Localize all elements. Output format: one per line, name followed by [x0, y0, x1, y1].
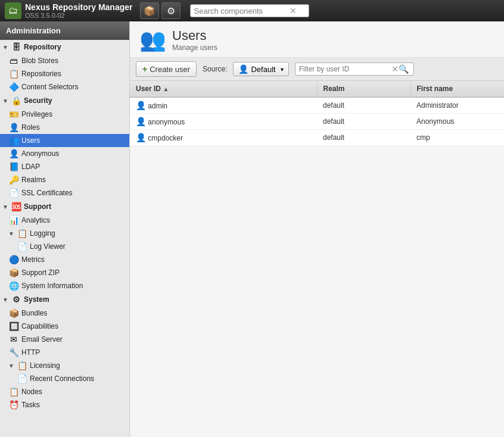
source-label: Source:	[203, 65, 227, 73]
create-user-button[interactable]: + Create user	[136, 61, 197, 77]
search-input[interactable]	[194, 7, 290, 15]
sidebar-item-privileges[interactable]: 🎫 Privileges	[0, 108, 129, 121]
repository-icon: 🗄	[11, 42, 21, 52]
toggle-logging: ▼	[8, 230, 14, 237]
sidebar-item-repositories[interactable]: 📋 Repositories	[0, 67, 129, 80]
ssl-label: SSL Certificates	[21, 189, 73, 197]
page-header: 👥 Users Manage users	[130, 21, 504, 58]
col-header-realm[interactable]: Realm	[317, 81, 410, 97]
sidebar-item-realms[interactable]: 🔑 Realms	[0, 173, 129, 186]
source-select-icon: 👤	[238, 64, 248, 74]
repository-label: Repository	[24, 43, 61, 51]
sidebar-item-anonymous[interactable]: 👤 Anonymous	[0, 147, 129, 160]
realms-icon: 🔑	[8, 175, 19, 185]
col-user-id-label: User ID	[136, 85, 161, 93]
sidebar-item-nodes[interactable]: 📋 Nodes	[0, 385, 129, 398]
cell-realm: default	[317, 114, 410, 130]
sidebar-item-email-server[interactable]: ✉ Email Server	[0, 333, 129, 346]
sidebar-item-content-selectors[interactable]: 🔷 Content Selectors	[0, 80, 129, 93]
table-row[interactable]: 👤 admin default Administrator	[130, 97, 504, 114]
filter-input[interactable]	[299, 65, 391, 73]
content-selectors-label: Content Selectors	[21, 83, 78, 91]
content-area: 👥 Users Manage users + Create user Sourc…	[130, 21, 504, 437]
support-zip-label: Support ZIP	[21, 269, 60, 277]
recent-connections-label: Recent Connections	[30, 374, 94, 383]
col-header-user-id[interactable]: User ID ▲	[130, 81, 317, 97]
sidebar-item-logging[interactable]: ▼ 📋 Logging	[0, 227, 129, 240]
sidebar-item-recent-connections[interactable]: 📄 Recent Connections	[0, 372, 129, 385]
search-bar: ✕	[190, 4, 309, 17]
blob-stores-icon: 🗃	[8, 56, 19, 65]
licensing-label: Licensing	[30, 361, 60, 370]
sidebar-item-capabilities[interactable]: 🔲 Capabilities	[0, 320, 129, 333]
sidebar-item-licensing[interactable]: ▼ 📋 Licensing	[0, 359, 129, 372]
col-header-first-name[interactable]: First name	[410, 81, 504, 97]
tasks-label: Tasks	[21, 401, 40, 409]
anonymous-icon: 👤	[8, 149, 19, 158]
logging-label: Logging	[30, 229, 55, 238]
search-close-icon[interactable]: ✕	[290, 6, 297, 15]
filter-clear-icon[interactable]: ✕	[391, 64, 399, 74]
page-title: Users	[172, 28, 217, 43]
top-bar-icons: 📦 ⚙	[140, 2, 181, 19]
source-select[interactable]: 👤 Default ▾	[233, 62, 288, 76]
capabilities-label: Capabilities	[21, 322, 58, 330]
sidebar-item-metrics[interactable]: 🔵 Metrics	[0, 253, 129, 266]
table-header-row: User ID ▲ Realm First name	[130, 81, 504, 97]
sidebar-item-tasks[interactable]: ⏰ Tasks	[0, 398, 129, 411]
sidebar-item-analytics[interactable]: 📊 Analytics	[0, 214, 129, 227]
sidebar-item-blob-stores[interactable]: 🗃 Blob Stores	[0, 54, 129, 67]
support-zip-icon: 📦	[8, 268, 19, 277]
page-header-icon: 👥	[139, 27, 166, 52]
licensing-icon: 📋	[17, 361, 27, 370]
settings-icon-btn[interactable]: ⚙	[161, 2, 181, 19]
package-icon-btn[interactable]: 📦	[140, 2, 159, 19]
sidebar-item-support-zip[interactable]: 📦 Support ZIP	[0, 266, 129, 279]
anonymous-label: Anonymous	[21, 149, 59, 158]
sidebar-section-system[interactable]: ▼ ⚙ System	[0, 292, 129, 307]
sidebar-item-ldap[interactable]: 📘 LDAP	[0, 160, 129, 173]
user-row-icon: 👤	[136, 133, 146, 142]
source-value: Default	[251, 65, 275, 74]
analytics-label: Analytics	[21, 216, 50, 224]
system-label: System	[24, 295, 49, 304]
security-icon: 🔒	[11, 96, 21, 105]
metrics-label: Metrics	[21, 255, 45, 264]
table-row[interactable]: 👤 anonymous default Anonymous	[130, 114, 504, 130]
support-label: Support	[24, 202, 51, 211]
system-info-icon: 🌐	[8, 281, 19, 291]
sort-arrow-icon: ▲	[163, 86, 169, 92]
roles-icon: 👤	[8, 123, 19, 132]
filter-search-icon[interactable]: 🔍	[399, 64, 409, 74]
logging-icon: 📋	[17, 229, 27, 238]
col-realm-label: Realm	[323, 85, 345, 93]
cell-user-id: 👤 cmpdocker	[130, 130, 317, 146]
app-version: OSS 3.5.0-02	[25, 12, 133, 19]
toggle-security: ▼	[2, 98, 8, 104]
filter-box: ✕ 🔍	[295, 63, 414, 76]
page-subtitle: Manage users	[172, 43, 217, 52]
table-row[interactable]: 👤 cmpdocker default cmp	[130, 130, 504, 146]
cell-first-name: cmp	[410, 130, 504, 146]
toggle-support: ▼	[2, 204, 8, 210]
capabilities-icon: 🔲	[8, 321, 19, 331]
sidebar-section-security[interactable]: ▼ 🔒 Security	[0, 93, 129, 108]
email-label: Email Server	[21, 335, 63, 344]
sidebar-item-roles[interactable]: 👤 Roles	[0, 121, 129, 134]
sidebar-item-ssl-certificates[interactable]: 📄 SSL Certificates	[0, 186, 129, 199]
table-container: User ID ▲ Realm First name 👤 admin	[130, 81, 504, 146]
sidebar-item-users[interactable]: 👥 Users	[0, 134, 129, 147]
sidebar-item-system-information[interactable]: 🌐 System Information	[0, 279, 129, 292]
log-viewer-label: Log Viewer	[30, 242, 66, 251]
tasks-icon: ⏰	[8, 400, 19, 410]
toggle-system: ▼	[2, 296, 8, 303]
sidebar-section-support[interactable]: ▼ 🆘 Support	[0, 199, 129, 214]
ldap-label: LDAP	[21, 163, 40, 171]
cell-first-name: Administrator	[410, 97, 504, 114]
sidebar-item-http[interactable]: 🔧 HTTP	[0, 346, 129, 359]
sidebar-item-log-viewer[interactable]: 📄 Log Viewer	[0, 240, 129, 253]
users-label: Users	[21, 136, 40, 145]
repositories-icon: 📋	[8, 69, 19, 79]
sidebar-section-repository[interactable]: ▼ 🗄 Repository	[0, 40, 129, 54]
sidebar-item-bundles[interactable]: 📦 Bundles	[0, 307, 129, 320]
